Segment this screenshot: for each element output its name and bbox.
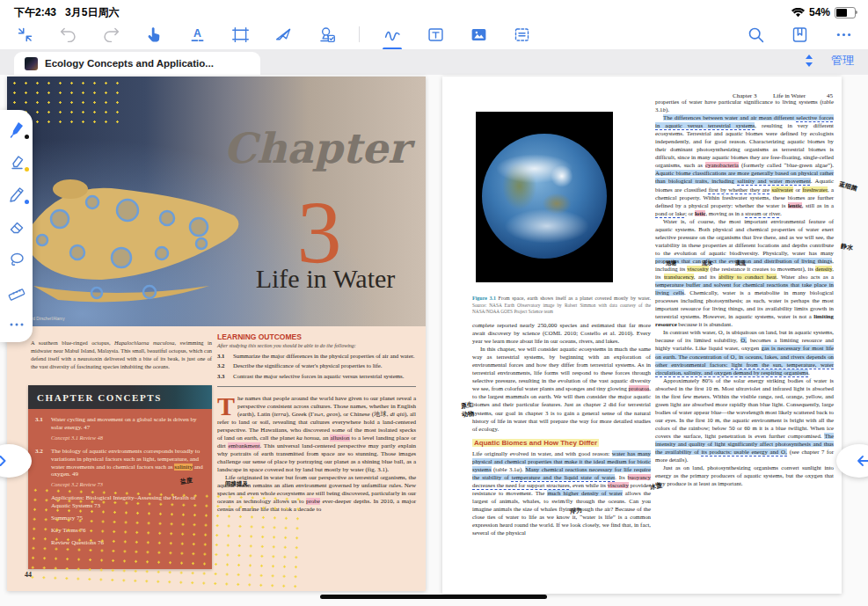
chevron-right-icon [0, 455, 7, 467]
document-canvas: Chapter 3 Life in Water ©Reinhard Dirsch… [0, 75, 868, 606]
lasso-tool[interactable] [8, 251, 26, 268]
concept-item: 3.2 The biology of aquatic environments … [35, 448, 204, 479]
opener-caption: A southern blue-ringed octopus, Hapaloch… [31, 340, 212, 370]
paragraph: Just as on land, photosynthesizing organ… [655, 464, 834, 487]
battery-icon [835, 7, 856, 18]
document-tab-title: Ecology Concepts and Applicatio... [45, 58, 214, 69]
learning-outcome: 3.2Describe the significance of water's … [217, 362, 416, 370]
intro-body-text: The names that people around the world h… [217, 395, 416, 514]
draw-tool-icon[interactable] [382, 24, 403, 45]
status-left: 下午2:43 3月5日周六 [14, 5, 119, 20]
pen-tool[interactable] [8, 186, 26, 203]
concepts-review-questions: Review Questions 76 [51, 539, 204, 547]
highlighter-tool[interactable] [8, 153, 26, 171]
toolbar-left-group: A [14, 24, 532, 45]
paragraph: properties of water have particular sign… [655, 98, 834, 113]
sort-icon[interactable] [803, 54, 815, 68]
eraser-tool[interactable] [8, 218, 26, 236]
battery-percent: 54% [809, 6, 830, 18]
left-page-right-column: LEARNING OUTCOMES After studying this se… [217, 332, 416, 514]
paragraph: complete reported nearly 250,000 species… [472, 321, 651, 345]
concept-review: Concept 3.1 Review 48 [51, 434, 204, 442]
paragraph: In contrast with water, O₂ is ubiquitous… [655, 328, 834, 376]
paragraph: Life originated in water but from our pe… [217, 474, 416, 514]
section-heading: Aquatic Biomes and How They Differ [472, 439, 599, 447]
ipad-pdf-reader-app: 下午2:43 3月5日周六 54% [0, 0, 868, 606]
clock: 下午2:43 [14, 5, 56, 20]
toolbar-separator [359, 26, 360, 42]
bookmark-outline-icon[interactable] [789, 24, 810, 45]
chapter-title: Life in Water [256, 264, 396, 293]
paragraph: The differences between water and air me… [655, 113, 834, 217]
document-tab[interactable]: Ecology Concepts and Applicatio... [14, 52, 260, 75]
concepts-applications: Applications: Biological Integrity–Asses… [51, 494, 204, 510]
collapse-icon[interactable] [14, 24, 35, 45]
svg-text:A: A [193, 27, 201, 40]
paragraph: In this chapter, we will consider aquati… [472, 345, 651, 433]
chapter-opener-photo: Chapter 3 Life in Water ©Reinhard Dirsch… [7, 77, 426, 326]
chapter-concepts-list: 3.1 Water cycling and movement on a glob… [28, 409, 212, 547]
home-indicator[interactable] [320, 595, 547, 599]
dashed-select-icon[interactable] [511, 24, 532, 45]
redo-icon[interactable] [100, 24, 121, 45]
search-icon[interactable] [745, 24, 766, 45]
tab-bar: Ecology Concepts and Applicatio... 管理 [0, 49, 868, 76]
tab-bar-controls: 管理 [803, 53, 854, 69]
figure-caption: Figure 3.1 From space, earth shows itsel… [472, 296, 651, 316]
undo-icon[interactable] [57, 24, 78, 45]
chapter-word: Chapter [223, 124, 416, 172]
learning-outcome: 3.1Summarize the major differences in th… [217, 353, 416, 361]
concepts-summary: Summary 75 [51, 515, 204, 522]
more-ellipsis-icon[interactable] [833, 24, 854, 45]
learning-outcomes-title: LEARNING OUTCOMES [217, 332, 416, 341]
chapter-concepts-title: CHAPTER CONCEPTS [28, 385, 212, 409]
book-page-right[interactable]: Chapter 3 Life in Water 45 Figure 3.1 Fr… [442, 77, 842, 594]
text-box-icon[interactable] [425, 24, 446, 45]
palette-more-icon[interactable] [8, 316, 26, 333]
text-highlight-icon[interactable]: A [186, 24, 208, 45]
crop-select-icon[interactable] [230, 24, 251, 45]
book-page-left[interactable]: Chapter 3 Life in Water ©Reinhard Dirsch… [7, 77, 426, 591]
drop-cap: T [217, 396, 235, 417]
right-page-column-2: properties of water have particular sign… [655, 98, 834, 487]
pen-tool-palette [0, 110, 33, 342]
concepts-key-terms: Key Terms 76 [51, 527, 204, 535]
main-toolbar: A [0, 19, 868, 49]
figure-earth-image [476, 112, 613, 282]
concept-review: Concept 3.2 Review 73 [51, 481, 204, 489]
chapter-concepts-box: CHAPTER CONCEPTS 3.1 Water cycling and m… [28, 385, 212, 569]
ruler-tool[interactable] [8, 283, 26, 301]
status-right: 54% [791, 6, 856, 18]
page-number-left: 44 [25, 571, 32, 579]
section-rule [217, 386, 416, 387]
concept-item: 3.1 Water cycling and movement on a glob… [35, 416, 204, 432]
fountain-pen-tool[interactable] [8, 120, 26, 138]
image-icon[interactable] [468, 24, 489, 45]
learning-outcomes-intro: After studying this section you should b… [217, 343, 416, 350]
paragraph: Water is, of course, the most important … [655, 217, 834, 329]
earth-globe [482, 134, 607, 259]
wifi-icon [791, 8, 805, 18]
date: 3月5日周六 [65, 5, 119, 20]
document-thumbnail [25, 57, 38, 70]
manage-button[interactable]: 管理 [831, 53, 854, 69]
paragraph: Life originally evolved in water, and wi… [472, 449, 651, 537]
signature-icon[interactable] [273, 24, 294, 45]
paragraph: The names that people around the world h… [217, 395, 416, 474]
paragraph: Approximately 80% of the solar energy st… [655, 376, 834, 464]
pointer-hand-icon[interactable] [143, 24, 164, 45]
right-page-column-1: complete reported nearly 250,000 species… [472, 321, 651, 537]
learning-outcome: 3.3Contrast the major selective forces i… [217, 373, 416, 381]
toolbar-right-group [745, 24, 854, 45]
arrow-left-icon [857, 456, 868, 466]
stamp-icon[interactable] [316, 24, 337, 45]
